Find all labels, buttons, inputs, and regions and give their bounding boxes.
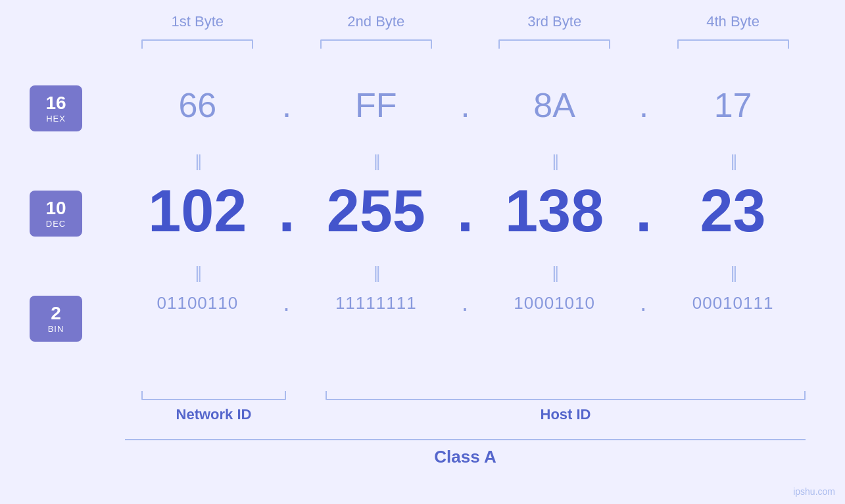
- hex-val-1-cell: 66: [125, 85, 270, 125]
- network-id-label: Network ID: [176, 406, 252, 423]
- bracket-cell-3: [482, 39, 627, 49]
- bin-dot-3-val: .: [640, 289, 647, 316]
- hex-values-row: 66 . FF . 8A . 17: [125, 85, 806, 125]
- dec-base-number: 10: [45, 199, 66, 218]
- byte1-header: 1st Byte: [125, 13, 270, 30]
- hex-val-2: FF: [355, 86, 397, 124]
- dot-spacer-1: [270, 13, 303, 30]
- dec-val-3: 138: [505, 178, 604, 244]
- dec-dot-3-val: .: [635, 178, 652, 244]
- hex-dot-2-val: .: [460, 86, 470, 124]
- dec-dot-2: .: [448, 177, 481, 245]
- bin-dot-1: .: [270, 289, 303, 317]
- eq1-dot1: [270, 151, 303, 172]
- bracket-cell-4: [661, 39, 806, 49]
- byte3-label: 3rd Byte: [527, 13, 581, 30]
- bin-badge: 2 BIN: [30, 296, 82, 342]
- bracket-cell-1: [125, 39, 270, 49]
- dot-spacer-3: [627, 13, 660, 30]
- dot-spacer-tb2: [448, 39, 481, 49]
- dec-val-2: 255: [327, 178, 425, 244]
- hex-val-4-cell: 17: [661, 85, 806, 125]
- eq1-1-val: ||: [195, 151, 201, 171]
- bin-val-3: 10001010: [514, 293, 595, 313]
- hex-val-3-cell: 8A: [482, 85, 627, 125]
- network-id-label-container: Network ID: [125, 406, 302, 423]
- eq2-dot2: [448, 263, 481, 283]
- top-bracket-2: [320, 39, 432, 49]
- dec-base-label: DEC: [46, 219, 66, 229]
- dec-dot-3: .: [627, 177, 660, 245]
- eq2-4-val: ||: [731, 263, 736, 283]
- eq2-3: ||: [482, 263, 627, 283]
- bin-dot-3: .: [627, 289, 660, 317]
- dot-spacer-tb1: [270, 39, 303, 49]
- hex-base-label: HEX: [46, 114, 66, 124]
- eq1-2-val: ||: [374, 151, 379, 171]
- class-a-label: Class A: [434, 447, 496, 467]
- eq2-1: ||: [125, 263, 270, 283]
- eq1-4: ||: [661, 151, 806, 172]
- network-id-bracket-container: [125, 391, 302, 400]
- bin-val-1: 01100110: [157, 293, 239, 313]
- hex-val-4: 17: [714, 86, 752, 124]
- hex-badge: 16 HEX: [30, 85, 82, 131]
- eq1-dot2: [448, 151, 481, 172]
- byte-headers-row: 1st Byte 2nd Byte 3rd Byte 4th Byte: [125, 13, 806, 30]
- bin-val-3-cell: 10001010: [482, 293, 627, 313]
- bin-val-2-cell: 11111111: [304, 293, 448, 313]
- dec-val-4: 23: [700, 178, 766, 244]
- bin-values-row: 01100110 . 11111111 . 10001010 . 0001011…: [125, 289, 806, 317]
- dot-spacer-tb3: [627, 39, 660, 49]
- dec-val-1-cell: 102: [125, 177, 270, 245]
- eq1-dot3: [627, 151, 660, 172]
- bin-val-4: 00010111: [692, 293, 774, 313]
- dec-val-2-cell: 255: [304, 177, 448, 245]
- host-id-label: Host ID: [541, 406, 591, 423]
- byte2-label: 2nd Byte: [347, 13, 404, 30]
- eq2-4: ||: [661, 263, 806, 283]
- class-a-container: Class A: [125, 439, 806, 467]
- byte2-header: 2nd Byte: [304, 13, 448, 30]
- eq2-3-val: ||: [552, 263, 557, 283]
- hex-dot-3-val: .: [639, 86, 648, 124]
- eq2-2-val: ||: [374, 263, 379, 283]
- eq2-dot3: [627, 263, 660, 283]
- dec-val-1: 102: [148, 178, 247, 244]
- watermark-text: ipshu.com: [793, 486, 835, 497]
- hex-val-2-cell: FF: [304, 85, 448, 125]
- hex-base-number: 16: [45, 94, 66, 112]
- top-bracket-4: [677, 39, 789, 49]
- network-id-bracket: [141, 391, 286, 400]
- eq1-3: ||: [482, 151, 627, 172]
- hex-val-1: 66: [178, 86, 216, 124]
- eq1-2: ||: [304, 151, 448, 172]
- bin-val-1-cell: 01100110: [125, 293, 270, 313]
- dec-dot-1-val: .: [279, 178, 295, 244]
- hex-val-3: 8A: [533, 86, 575, 124]
- eq2-2: ||: [304, 263, 448, 283]
- hex-dot-3: .: [627, 85, 660, 125]
- eq1-4-val: ||: [731, 151, 736, 171]
- page-layout: 1st Byte 2nd Byte 3rd Byte 4th Byte: [0, 0, 845, 504]
- byte4-header: 4th Byte: [661, 13, 806, 30]
- bin-dot-1-val: .: [283, 289, 291, 316]
- byte4-label: 4th Byte: [706, 13, 760, 30]
- dec-dot-1: .: [270, 177, 303, 245]
- eq2-1-val: ||: [195, 263, 201, 283]
- hex-dot-2: .: [448, 85, 481, 125]
- bin-val-2: 11111111: [335, 293, 417, 313]
- host-id-bracket: [326, 391, 806, 400]
- equals-row-2: || || || ||: [125, 263, 806, 283]
- bin-base-label: BIN: [48, 324, 64, 334]
- byte1-label: 1st Byte: [172, 13, 224, 30]
- eq1-3-val: ||: [552, 151, 557, 171]
- eq1-1: ||: [125, 151, 270, 172]
- bin-dot-2: .: [448, 289, 481, 317]
- dec-val-4-cell: 23: [661, 177, 806, 245]
- dec-dot-2-val: .: [457, 178, 473, 244]
- dec-val-3-cell: 138: [482, 177, 627, 245]
- host-id-label-container: Host ID: [326, 406, 806, 423]
- bin-val-4-cell: 00010111: [661, 293, 806, 313]
- dot-spacer-2: [448, 13, 481, 30]
